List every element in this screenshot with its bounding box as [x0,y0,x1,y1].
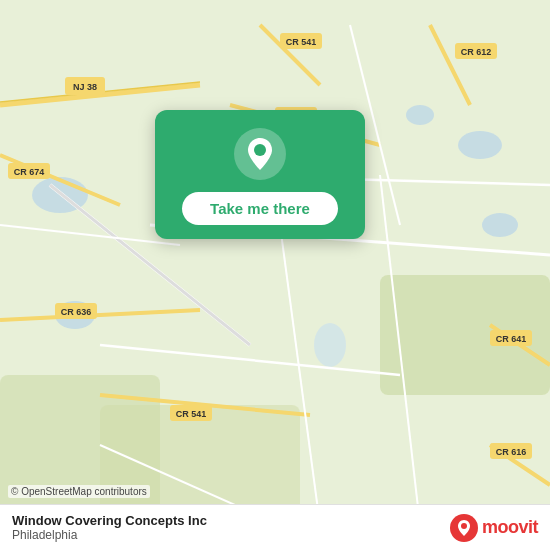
business-name: Window Covering Concepts Inc [12,513,207,528]
business-info: Window Covering Concepts Inc Philadelphi… [12,513,207,542]
svg-text:CR 541: CR 541 [286,37,317,47]
svg-text:CR 612: CR 612 [461,47,492,57]
location-pin-icon [234,128,286,180]
map-container: NJ 38 CR 541 CR 541 CR 612 CR 674 CR 636… [0,0,550,550]
location-card: Take me there [155,110,365,239]
svg-text:CR 641: CR 641 [496,334,527,344]
map-background: NJ 38 CR 541 CR 541 CR 612 CR 674 CR 636… [0,0,550,550]
svg-point-6 [314,323,346,367]
svg-point-3 [482,213,518,237]
osm-credit: © OpenStreetMap contributors [8,485,150,498]
moovit-logo: moovit [450,514,538,542]
svg-text:NJ 38: NJ 38 [73,82,97,92]
svg-text:CR 674: CR 674 [14,167,45,177]
moovit-text: moovit [482,517,538,538]
moovit-icon [450,514,478,542]
svg-point-2 [458,131,502,159]
svg-text:CR 636: CR 636 [61,307,92,317]
svg-text:CR 616: CR 616 [496,447,527,457]
svg-text:CR 541: CR 541 [176,409,207,419]
bottom-bar: Window Covering Concepts Inc Philadelphi… [0,504,550,550]
business-location: Philadelphia [12,528,207,542]
svg-point-51 [461,523,467,529]
svg-point-4 [406,105,434,125]
take-me-there-button[interactable]: Take me there [182,192,338,225]
svg-point-49 [254,144,266,156]
